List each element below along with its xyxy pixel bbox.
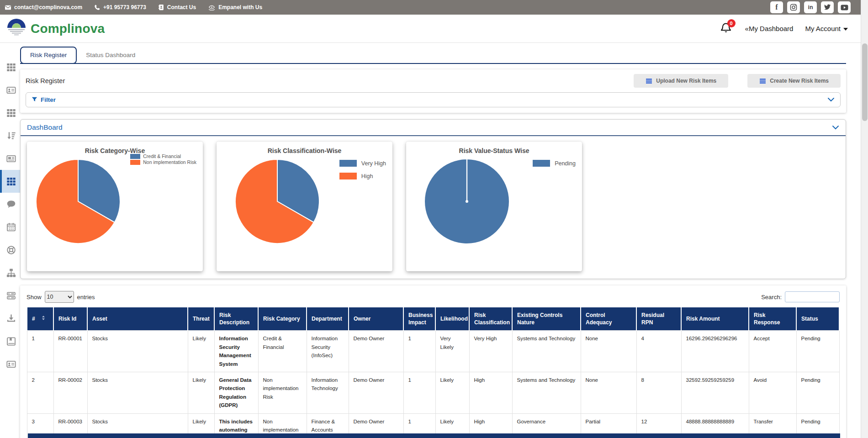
column-header-15[interactable]: Risk Response xyxy=(749,307,796,331)
sidebar-item-7-calendar-icon[interactable] xyxy=(0,216,20,238)
legend-swatch xyxy=(130,154,140,159)
legend-label: Credit & Financial xyxy=(143,153,181,159)
sidebar-item-9-sitemap-icon[interactable] xyxy=(0,261,20,284)
sidebar-item-12-book-icon[interactable] xyxy=(0,330,20,353)
chart-legend: Credit & FinancialNon implementation Ris… xyxy=(130,153,196,165)
sidebar-item-0-grid-icon[interactable] xyxy=(0,56,20,79)
icon-sidebar xyxy=(0,43,20,438)
cell-threat: Likely xyxy=(188,372,214,413)
column-header-4[interactable]: Risk Description xyxy=(214,307,258,331)
column-header-11[interactable]: Existing Controls Nature xyxy=(512,307,581,331)
chart-card-0: Risk Category-WiseCredit & FinancialNon … xyxy=(27,142,203,271)
address-book-icon xyxy=(158,4,164,11)
legend-item: Credit & Financial xyxy=(130,153,196,159)
chart-card-1: Risk Classification-WiseVery HighHigh xyxy=(217,142,392,271)
linkedin-icon[interactable]: in xyxy=(804,1,817,13)
column-header-6[interactable]: Department xyxy=(307,307,349,331)
table-row-1: 1RR-00001StocksLikelyInformation Securit… xyxy=(27,331,839,372)
search-input[interactable] xyxy=(785,291,840,302)
dashboard-panel: DashBoard Risk Category-WiseCredit & Fin… xyxy=(20,119,846,279)
empanel-link[interactable]: Empanel with Us xyxy=(208,4,262,11)
phone-text: +91 95773 96773 xyxy=(103,4,146,11)
risk-register-card: Risk Register Upload New Risk Items Crea… xyxy=(20,69,846,113)
column-header-14[interactable]: Risk Amount xyxy=(681,307,749,331)
facebook-icon[interactable]: f xyxy=(770,1,783,13)
phone-link[interactable]: +91 95773 96773 xyxy=(94,4,146,11)
dashboard-title: DashBoard xyxy=(27,123,63,132)
pie-chart xyxy=(234,158,321,245)
column-header-8[interactable]: Business Impact xyxy=(403,307,435,331)
filter-label: Filter xyxy=(41,96,56,103)
legend-item: Non implementation Risk xyxy=(130,159,196,165)
column-header-10[interactable]: Risk Classification xyxy=(469,307,512,331)
pie-chart xyxy=(35,158,122,245)
column-header-9[interactable]: Likelihood xyxy=(435,307,469,331)
column-header-2[interactable]: Asset xyxy=(87,307,188,331)
legend-item: High xyxy=(339,173,386,179)
hash-header-label: # xyxy=(32,315,35,322)
cell-asset: Stocks xyxy=(87,331,188,372)
sidebar-item-8-life-ring-icon[interactable] xyxy=(0,238,20,261)
caret-down-icon xyxy=(843,28,848,31)
cell-owner: Demo Owner xyxy=(349,331,403,372)
sidebar-item-2-grid-icon[interactable] xyxy=(0,101,20,124)
cell-department: Information Security (InfoSec) xyxy=(307,331,349,372)
twitter-icon[interactable] xyxy=(821,1,834,13)
chart-title: Risk Classification-Wise xyxy=(217,147,392,154)
notification-badge: 0 xyxy=(727,19,736,27)
page-size-select[interactable]: 10 xyxy=(45,291,74,303)
cell-risk-classification: High xyxy=(469,372,512,413)
cell-control-adequacy: None xyxy=(581,372,636,413)
chevron-down-icon[interactable] xyxy=(827,97,835,102)
column-header-3[interactable]: Threat xyxy=(188,307,214,331)
tab-risk-register[interactable]: Risk Register xyxy=(20,47,77,64)
column-header-0[interactable]: # xyxy=(27,307,53,331)
tab-status-dashboard[interactable]: Status Dashboard xyxy=(77,47,144,63)
instagram-icon[interactable] xyxy=(787,1,800,13)
cell-risk-description: Information Security Management System xyxy=(214,331,258,372)
chart-legend: Very HighHigh xyxy=(339,160,386,185)
filter-toggle[interactable]: Filter xyxy=(26,92,841,107)
column-header-13[interactable]: Residual RPN xyxy=(636,307,681,331)
notifications-button[interactable]: 0 xyxy=(720,22,733,36)
legend-label: High xyxy=(361,173,373,179)
sidebar-item-10-server-icon[interactable] xyxy=(0,284,20,307)
email-link[interactable]: contact@complinova.com xyxy=(5,4,82,11)
risk-table-card: Show 10 entries Search: #Risk IdAssetThr… xyxy=(20,285,846,438)
column-header-12[interactable]: Control Adequacy xyxy=(581,307,636,331)
cell-risk-category: Credit & Financial xyxy=(258,331,307,372)
legend-swatch xyxy=(339,173,357,179)
table-footer-strip xyxy=(28,433,840,438)
create-new-risk-items-button[interactable]: Create New Risk Items xyxy=(747,74,841,88)
page-scrollbar[interactable] xyxy=(861,0,868,438)
chevron-down-icon[interactable] xyxy=(832,125,839,130)
sidebar-item-11-download-icon[interactable] xyxy=(0,307,20,330)
my-account-menu[interactable]: My Account xyxy=(805,25,848,32)
my-dashboard-link[interactable]: «My Dashboard xyxy=(745,25,794,32)
upload-new-risk-items-button[interactable]: Upload New Risk Items xyxy=(634,74,728,88)
sidebar-item-4-newspaper-icon[interactable] xyxy=(0,147,20,170)
column-header-5[interactable]: Risk Category xyxy=(258,307,307,331)
sidebar-item-5-grid-icon[interactable] xyxy=(0,170,20,193)
topbar: contact@complinova.com +91 95773 96773 C… xyxy=(0,0,861,15)
youtube-icon[interactable] xyxy=(838,1,851,13)
sort-icon[interactable] xyxy=(41,315,46,323)
column-header-7[interactable]: Owner xyxy=(349,307,403,331)
cell-likelihood: Very Likely xyxy=(435,331,469,372)
scrollbar-thumb[interactable] xyxy=(862,43,868,121)
contact-us-link[interactable]: Contact Us xyxy=(158,4,196,11)
cell-risk-description: General Data Protection Regulation (GDPR… xyxy=(214,372,258,413)
social-links: fin xyxy=(770,1,851,13)
dashboard-toggle[interactable]: DashBoard xyxy=(21,120,846,136)
sidebar-item-3-sort-amount-down-icon[interactable] xyxy=(0,124,20,147)
sidebar-item-6-comment-icon[interactable] xyxy=(0,193,20,216)
brand-logo-link[interactable]: Complinova xyxy=(6,18,105,40)
column-header-16[interactable]: Status xyxy=(796,307,839,331)
legend-label: Pending xyxy=(555,160,576,167)
sidebar-item-1-id-card-icon[interactable] xyxy=(0,79,20,101)
table-list-icon xyxy=(646,78,652,84)
cell-threat: Likely xyxy=(188,331,214,372)
column-header-1[interactable]: Risk Id xyxy=(53,307,87,331)
sidebar-item-13-id-card-icon[interactable] xyxy=(0,353,20,375)
legend-item: Very High xyxy=(339,160,386,167)
